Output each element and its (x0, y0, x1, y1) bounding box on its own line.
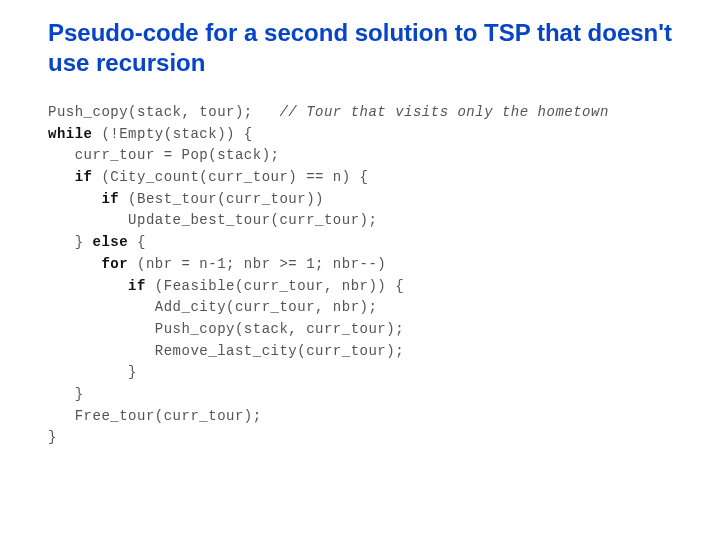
code-line: Remove_last_city(curr_tour); (48, 343, 404, 359)
code-line: Add_city(curr_tour, nbr); (48, 299, 377, 315)
code-keyword: else (93, 234, 129, 250)
code-keyword: for (48, 256, 128, 272)
code-text: { (128, 234, 146, 250)
slide-title: Pseudo-code for a second solution to TSP… (48, 18, 684, 78)
code-line: Update_best_tour(curr_tour); (48, 212, 377, 228)
code-line: } (48, 429, 57, 445)
code-line: Free_tour(curr_tour); (48, 408, 262, 424)
code-line: } (48, 364, 137, 380)
code-text: (City_count(curr_tour) == n) { (93, 169, 369, 185)
slide: Pseudo-code for a second solution to TSP… (0, 0, 720, 540)
code-line: curr_tour = Pop(stack); (48, 147, 279, 163)
code-line: } (48, 386, 84, 402)
code-keyword: if (48, 191, 119, 207)
code-keyword: while (48, 126, 93, 142)
code-text: (Feasible(curr_tour, nbr)) { (146, 278, 404, 294)
code-line: Push_copy(stack, tour); (48, 104, 279, 120)
code-text: (Best_tour(curr_tour)) (119, 191, 324, 207)
code-text: } (48, 234, 93, 250)
code-text: (!Empty(stack)) { (93, 126, 253, 142)
code-comment: // Tour that visits only the hometown (279, 104, 608, 120)
code-line: Push_copy(stack, curr_tour); (48, 321, 404, 337)
pseudocode-block: Push_copy(stack, tour); // Tour that vis… (48, 102, 684, 449)
code-keyword: if (48, 278, 146, 294)
code-text: (nbr = n-1; nbr >= 1; nbr--) (128, 256, 386, 272)
code-keyword: if (48, 169, 93, 185)
